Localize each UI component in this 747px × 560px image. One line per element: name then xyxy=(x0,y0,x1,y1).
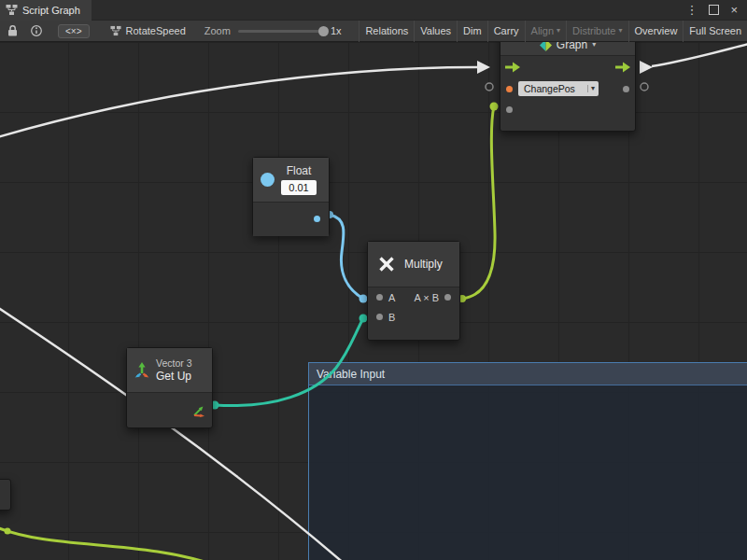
multiply-node-title: Multiply xyxy=(404,258,443,271)
maximize-icon[interactable] xyxy=(709,5,719,15)
event-value-input-port[interactable] xyxy=(490,103,499,111)
close-icon[interactable]: × xyxy=(730,3,738,17)
flow-wire-out xyxy=(652,43,747,66)
vector-node-body xyxy=(127,393,212,428)
multiply-row-b: B xyxy=(368,307,459,327)
vector-node-type: Vector 3 xyxy=(156,357,192,369)
variable-input-panel: Variable Input xyxy=(308,362,747,560)
carry-button[interactable]: Carry xyxy=(487,21,525,42)
zoom-slider-knob[interactable] xyxy=(318,26,329,36)
event-dropdown[interactable]: ChangePos ▾ xyxy=(518,81,599,96)
code-view-button[interactable]: <×> xyxy=(58,24,90,38)
script-graph-icon xyxy=(6,4,18,16)
caret-down-icon: ▾ xyxy=(587,85,595,92)
event-node-header[interactable]: Graph ▾ xyxy=(500,42,635,56)
align-button[interactable]: Align▾ xyxy=(525,21,566,42)
event-left-unconnected-port[interactable] xyxy=(486,83,493,91)
axis-gizmo-icon[interactable] xyxy=(192,405,205,417)
relations-button[interactable]: Relations xyxy=(359,21,414,42)
float-inner-output-port[interactable] xyxy=(314,216,320,222)
graph-name-label: RotateSpeed xyxy=(126,25,186,36)
event-right-port[interactable] xyxy=(623,86,629,92)
event-flow-row xyxy=(500,56,635,78)
toolbar-buttons: Relations Values Dim Carry Align▾ Distri… xyxy=(359,21,747,42)
dim-button[interactable]: Dim xyxy=(457,21,487,42)
event-right-unconnected-port[interactable] xyxy=(641,83,648,91)
flow-wire-in xyxy=(0,67,477,138)
graph-breadcrumb[interactable]: RotateSpeed xyxy=(110,25,186,36)
overview-button[interactable]: Overview xyxy=(628,21,684,42)
multiply-a-label: A xyxy=(388,292,395,303)
variable-input-title: Variable Input xyxy=(317,368,385,381)
vector-node-header[interactable]: Vector 3 Get Up xyxy=(127,348,212,393)
event-node-title: Graph xyxy=(557,42,587,51)
event-name-port[interactable] xyxy=(506,86,513,92)
float-value-input[interactable]: 0.01 xyxy=(281,180,317,195)
variable-input-header[interactable]: Variable Input xyxy=(309,363,747,385)
float-node-body xyxy=(253,203,329,236)
distribute-button[interactable]: Distribute▾ xyxy=(566,21,627,42)
graph-node-icon xyxy=(540,42,552,51)
vector-node-title: Get Up xyxy=(156,370,192,383)
float-icon xyxy=(261,173,275,187)
float-node[interactable]: Float 0.01 xyxy=(252,157,330,236)
event-arg-port[interactable] xyxy=(506,106,513,113)
bottom-left-wire xyxy=(0,526,219,560)
vector3-icon xyxy=(134,362,150,378)
values-button[interactable]: Values xyxy=(414,21,457,42)
lock-icon[interactable] xyxy=(7,24,19,37)
flow-in-arrow-icon[interactable] xyxy=(505,62,520,73)
caret-down-icon: ▾ xyxy=(592,42,596,49)
graph-toolbar: <×> RotateSpeed Zoom 1x Relations Values… xyxy=(0,21,747,42)
fullscreen-button[interactable]: Full Screen xyxy=(683,21,747,42)
flow-wire-out-arrow-icon xyxy=(640,61,653,74)
multiply-to-event-wire xyxy=(462,106,495,299)
multiply-row-a: A A × B xyxy=(368,287,459,307)
flow-wire-in-arrow-icon xyxy=(477,61,490,74)
graph-canvas[interactable]: Variable Input xyxy=(0,42,747,560)
unity-script-graph-window: Script Graph ⋮ × <×> xyxy=(0,0,747,560)
event-arg-row xyxy=(500,99,635,119)
multiply-node[interactable]: Multiply A A × B B xyxy=(367,241,460,341)
flow-out-arrow-icon[interactable] xyxy=(615,62,630,73)
clipped-node[interactable] xyxy=(0,479,11,511)
info-icon[interactable] xyxy=(30,24,43,37)
event-dropdown-value: ChangePos xyxy=(524,83,575,94)
float-node-title: Float xyxy=(287,164,312,177)
vector3-get-up-node[interactable]: Vector 3 Get Up xyxy=(126,347,213,428)
event-dropdown-row: ChangePos ▾ xyxy=(500,78,635,99)
float-node-header[interactable]: Float 0.01 xyxy=(253,158,329,203)
multiply-b-label: B xyxy=(388,312,395,323)
multiply-node-header[interactable]: Multiply xyxy=(368,242,459,287)
event-node[interactable]: Graph ▾ ChangePos ▾ xyxy=(500,42,636,132)
zoom-value: 1x xyxy=(331,25,342,36)
multiply-output-label: A × B xyxy=(414,292,439,303)
tab-title: Script Graph xyxy=(22,5,80,16)
bottom-left-wire-port[interactable] xyxy=(5,528,11,535)
float-to-multiply-wire xyxy=(330,215,363,299)
zoom-slider[interactable] xyxy=(238,30,327,33)
background-wire xyxy=(0,305,345,560)
tab-bar: Script Graph ⋮ × xyxy=(0,0,747,21)
zoom-label: Zoom xyxy=(204,25,231,36)
caret-down-icon: ▾ xyxy=(557,27,560,35)
tab-script-graph[interactable]: Script Graph xyxy=(0,0,92,21)
menu-dots-icon[interactable]: ⋮ xyxy=(685,3,698,17)
multiply-icon xyxy=(377,255,396,273)
window-controls: ⋮ × xyxy=(685,3,747,17)
multiply-a-inner-port[interactable] xyxy=(376,294,383,301)
caret-down-icon: ▾ xyxy=(619,27,623,35)
multiply-b-inner-port[interactable] xyxy=(376,314,383,320)
zoom-control: Zoom 1x xyxy=(204,25,342,36)
multiply-output-inner-port[interactable] xyxy=(444,294,451,301)
graph-asset-icon xyxy=(110,25,121,36)
